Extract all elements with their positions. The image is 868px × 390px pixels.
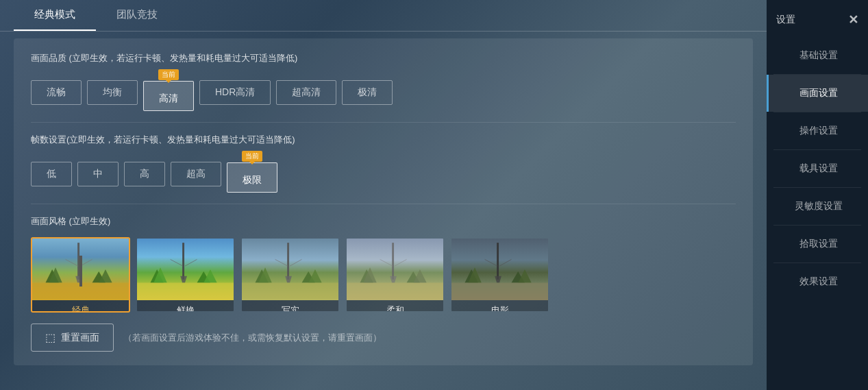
svg-rect-35 — [347, 282, 443, 299]
svg-line-3 — [80, 259, 92, 266]
style-classic[interactable]: 当前 — [31, 237, 130, 313]
settings-panel: 画面品质 (立即生效，若运行卡顿、发热量和耗电量过大可适当降低) 流畅 均衡 当… — [14, 38, 753, 365]
sidebar-item-pickup[interactable]: 拾取设置 — [767, 226, 868, 263]
quality-options: 流畅 均衡 当前 高清 HDR高清 超高清 极清 — [31, 74, 736, 111]
svg-marker-1 — [75, 276, 82, 283]
quality-smooth[interactable]: 流畅 — [31, 80, 82, 105]
style-soft[interactable]: 柔和 — [345, 237, 445, 313]
fps-current-badge: 当前 — [242, 151, 262, 162]
section-divider-1 — [31, 122, 736, 123]
style-cinematic-thumb — [451, 239, 548, 300]
sidebar-item-controls[interactable]: 操作设置 — [767, 112, 868, 149]
sidebar-item-basic[interactable]: 基础设置 — [767, 37, 868, 74]
quality-hdr[interactable]: HDR高清 — [199, 80, 271, 105]
svg-line-38 — [485, 259, 497, 266]
reset-button[interactable]: ⬚ 重置画面 — [31, 324, 114, 352]
svg-line-11 — [171, 259, 183, 266]
quality-extreme[interactable]: 极清 — [342, 80, 393, 105]
style-title: 画面风格 (立即生效) — [31, 215, 736, 228]
style-cinematic[interactable]: 电影 — [450, 237, 549, 313]
svg-rect-26 — [242, 282, 338, 299]
quality-balanced[interactable]: 均衡 — [87, 80, 138, 105]
style-classic-thumb — [32, 239, 129, 300]
svg-rect-27 — [392, 243, 394, 279]
style-soft-thumb — [347, 239, 443, 300]
svg-rect-18 — [287, 243, 289, 279]
sidebar-item-vehicle[interactable]: 载具设置 — [767, 150, 868, 187]
fps-low[interactable]: 低 — [31, 162, 72, 186]
fps-extreme[interactable]: 当前 极限 — [227, 162, 277, 193]
tab-team[interactable]: 团队竞技 — [96, 0, 178, 31]
reset-icon: ⬚ — [45, 331, 55, 344]
style-realistic-thumb — [242, 239, 338, 300]
reset-label: 重置画面 — [61, 332, 99, 344]
svg-rect-17 — [137, 282, 234, 299]
quality-current-badge: 当前 — [158, 69, 179, 80]
sidebar-item-effects[interactable]: 效果设置 — [767, 263, 868, 300]
svg-rect-9 — [182, 243, 184, 279]
style-realistic[interactable]: 写实 — [240, 237, 340, 313]
svg-marker-37 — [495, 276, 501, 283]
fps-high[interactable]: 高 — [124, 162, 165, 186]
fps-title: 帧数设置(立即生效，若运行卡顿、发热量和耗电量过大可适当降低) — [31, 134, 736, 146]
svg-line-39 — [499, 259, 512, 266]
quality-hd[interactable]: 当前 高清 — [143, 81, 194, 111]
main-content: 经典模式 团队竞技 画面品质 (立即生效，若运行卡顿、发热量和耗电量过大可适当降… — [0, 0, 767, 390]
svg-line-20 — [275, 259, 288, 266]
svg-rect-8 — [32, 282, 129, 299]
style-cinematic-label: 电影 — [451, 300, 548, 313]
svg-line-12 — [185, 259, 197, 266]
sidebar-item-sensitivity[interactable]: 灵敏度设置 — [767, 188, 868, 225]
sidebar-header: 设置 ✕ — [767, 7, 868, 37]
tab-classic[interactable]: 经典模式 — [14, 0, 96, 31]
style-realistic-label: 写实 — [242, 300, 338, 313]
svg-rect-36 — [497, 243, 499, 279]
tabs-bar: 经典模式 团队竞技 — [0, 0, 767, 32]
close-button[interactable]: ✕ — [848, 12, 858, 27]
sidebar-title: 设置 — [776, 14, 795, 26]
style-vivid[interactable]: 鲜艳 — [136, 237, 235, 313]
fps-medium[interactable]: 中 — [77, 162, 119, 186]
section-divider-2 — [31, 204, 736, 204]
sidebar: 设置 ✕ 基础设置 画面设置 操作设置 载具设置 灵敏度设置 拾取设置 效果设置 — [767, 0, 868, 390]
style-options: 当前 — [31, 237, 736, 313]
fps-options: 低 中 高 超高 当前 极限 — [31, 156, 736, 193]
svg-rect-0 — [77, 243, 79, 279]
style-vivid-label: 鲜艳 — [137, 300, 234, 313]
quality-title: 画面品质 (立即生效，若运行卡顿、发热量和耗电量过大可适当降低) — [31, 52, 736, 64]
svg-rect-44 — [451, 282, 548, 299]
svg-line-29 — [380, 259, 393, 266]
style-classic-label: 经典 — [32, 300, 129, 313]
svg-line-21 — [290, 259, 302, 266]
fps-super[interactable]: 超高 — [171, 162, 221, 186]
svg-marker-19 — [285, 276, 292, 283]
svg-line-30 — [395, 259, 407, 266]
svg-line-2 — [66, 259, 78, 266]
svg-marker-10 — [180, 276, 187, 283]
svg-marker-28 — [390, 276, 397, 283]
reset-note: （若画面设置后游戏体验不佳，或需恢复默认设置，请重置画面） — [123, 332, 382, 344]
quality-ultra[interactable]: 超高清 — [276, 80, 336, 105]
reset-row: ⬚ 重置画面 （若画面设置后游戏体验不佳，或需恢复默认设置，请重置画面） — [31, 324, 736, 352]
style-vivid-thumb — [137, 239, 234, 300]
sidebar-item-graphics[interactable]: 画面设置 — [767, 75, 868, 112]
style-soft-label: 柔和 — [347, 300, 443, 313]
